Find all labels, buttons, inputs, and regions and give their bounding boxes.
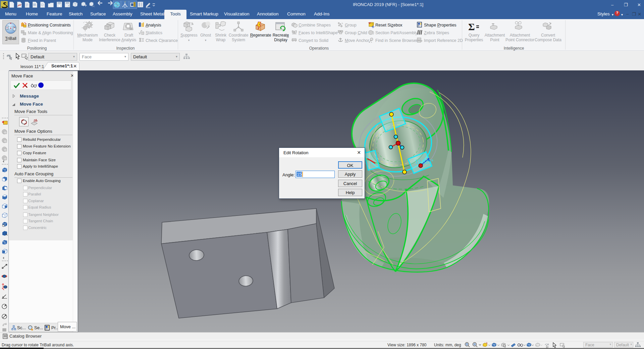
svg-text:19.825°: 19.825° [415, 159, 433, 165]
svg-text:Σ: Σ [468, 21, 475, 32]
